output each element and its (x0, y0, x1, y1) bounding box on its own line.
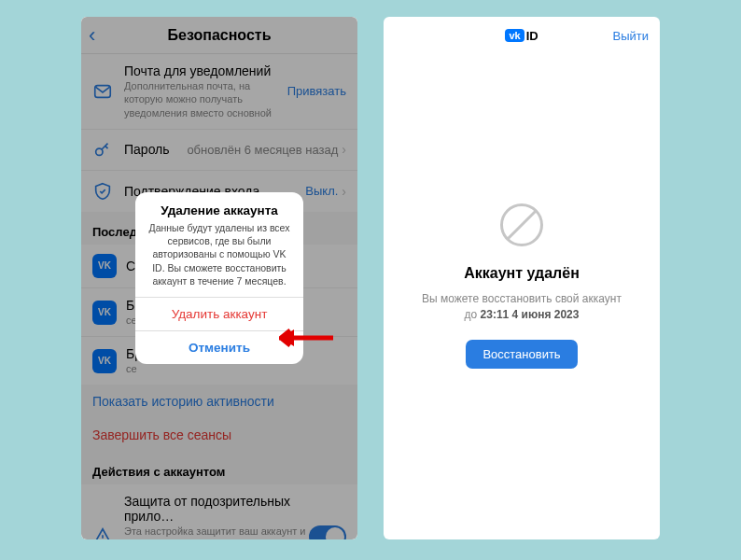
vkid-header: vk ID Выйти (384, 17, 660, 54)
vkid-logo: vk ID (505, 29, 538, 43)
delete-account-button[interactable]: Удалить аккаунт (135, 297, 303, 330)
account-deleted-screen: vk ID Выйти Аккаунт удалён Вы можете вос… (384, 17, 660, 539)
modal-overlay[interactable]: Удаление аккаунта Данные будут удалены и… (81, 17, 357, 539)
deleted-subtitle: Вы можете восстановить свой аккаунт до 2… (422, 291, 622, 323)
restore-button[interactable]: Восстановить (466, 340, 577, 369)
prohibit-icon (500, 203, 543, 246)
modal-text: Данные будут удалены из всех сервисов, г… (135, 221, 303, 297)
deleted-body: Аккаунт удалён Вы можете восстановить св… (384, 54, 660, 539)
cancel-button[interactable]: Отменить (135, 330, 303, 364)
arrow-annotation (279, 327, 333, 349)
delete-account-modal: Удаление аккаунта Данные будут удалены и… (135, 192, 303, 364)
deleted-title: Аккаунт удалён (464, 265, 580, 282)
security-settings-screen: ‹ Безопасность Почта для уведомлений Доп… (81, 17, 357, 539)
exit-link[interactable]: Выйти (613, 29, 650, 43)
modal-title: Удаление аккаунта (135, 192, 303, 221)
vk-logo-icon: vk (505, 29, 524, 42)
